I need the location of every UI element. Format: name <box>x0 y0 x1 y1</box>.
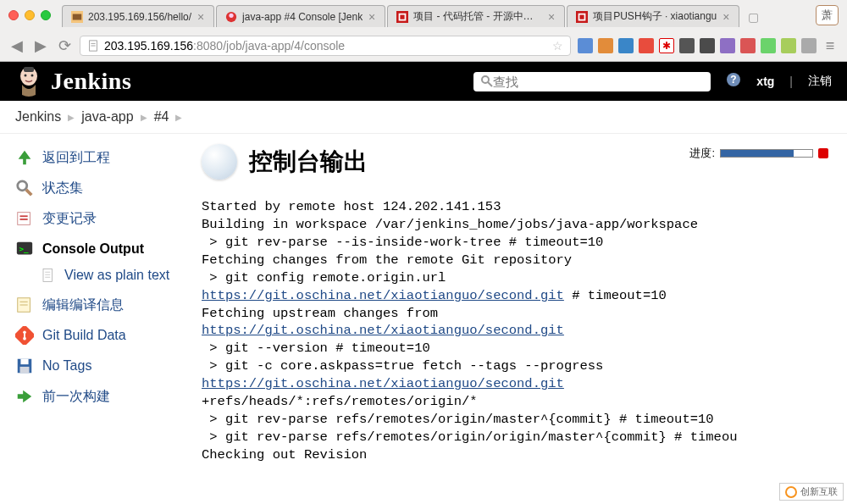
sidebar-item-view-plain[interactable]: View as plain text <box>12 264 183 290</box>
crumb-jenkins[interactable]: Jenkins <box>15 109 61 125</box>
search-icon <box>480 75 493 88</box>
extension-icon[interactable] <box>700 38 715 53</box>
svg-rect-37 <box>20 367 30 373</box>
tab-close-icon[interactable]: × <box>368 10 376 24</box>
extension-icons: ✱ ≡ <box>578 37 839 55</box>
document-icon <box>41 268 56 283</box>
sidebar-item-changes[interactable]: 变更记录 <box>12 203 183 234</box>
extension-icon[interactable] <box>801 38 817 53</box>
svg-rect-24 <box>43 269 53 282</box>
console-output: Started by remote host 124.202.141.153 B… <box>202 198 832 464</box>
tab-close-icon[interactable]: × <box>722 10 730 24</box>
svg-rect-5 <box>576 11 588 23</box>
nav-back-button[interactable]: ◀ <box>8 36 25 55</box>
stop-build-button[interactable] <box>818 148 828 158</box>
extension-icon[interactable] <box>639 38 654 53</box>
search-box[interactable] <box>473 72 711 91</box>
sidebar-item-console[interactable]: >_ Console Output <box>12 234 183 264</box>
svg-point-11 <box>25 75 27 77</box>
svg-point-13 <box>482 76 489 83</box>
window-zoom-button[interactable] <box>41 10 51 20</box>
svg-text:?: ? <box>731 74 737 86</box>
jenkins-logo[interactable]: Jenkins <box>15 64 131 98</box>
save-icon <box>15 357 34 375</box>
window-controls: 203.195.169.156/hello/ × java-app #4 Con… <box>0 0 847 30</box>
logout-link[interactable]: 注销 <box>808 74 832 89</box>
build-status-orb-icon <box>202 144 237 180</box>
search-input[interactable] <box>493 75 704 89</box>
tab-close-icon[interactable]: × <box>547 10 556 24</box>
sidebar: 返回到工程 状态集 变更记录 >_ Console Output View as… <box>0 134 195 464</box>
watermark: 创新互联 <box>779 483 844 501</box>
tab-label: 项目 - 代码托管 - 开源中国社 <box>413 9 542 24</box>
browser-tab-3[interactable]: 项目PUSH钩子 · xiaotiangu × <box>567 5 739 27</box>
url-host: 203.195.169.156 <box>104 39 193 53</box>
jenkins-favicon-icon <box>225 11 237 23</box>
sidebar-item-prev-build[interactable]: 前一次构建 <box>12 381 183 412</box>
extension-icon[interactable] <box>679 38 695 53</box>
crumb-job[interactable]: java-app <box>81 109 133 125</box>
extension-icon[interactable] <box>618 38 634 53</box>
browser-toolbar: ◀ ▶ ⟳ 203.195.169.156:8080/job/java-app/… <box>0 30 847 61</box>
git-icon <box>15 326 34 345</box>
nav-forward-button[interactable]: ▶ <box>32 36 49 55</box>
sidebar-label: View as plain text <box>64 268 169 283</box>
new-tab-button[interactable]: ▢ <box>741 7 766 27</box>
sidebar-item-edit-build[interactable]: 编辑编译信息 <box>12 290 183 320</box>
console-link[interactable]: https://git.oschina.net/xiaotianguo/seco… <box>202 288 564 303</box>
jenkins-title: Jenkins <box>51 68 131 95</box>
sidebar-label: No Tags <box>42 358 91 374</box>
progress-bar <box>720 149 813 158</box>
page-header: Jenkins ? xtg | 注销 <box>0 62 847 101</box>
browser-tab-1[interactable]: java-app #4 Console [Jenk × <box>216 5 385 27</box>
sidebar-label: 编辑编译信息 <box>42 296 124 314</box>
extension-icon[interactable]: ✱ <box>659 38 674 53</box>
address-bar[interactable]: 203.195.169.156:8080/job/java-app/4/cons… <box>80 36 571 56</box>
extension-icon[interactable] <box>720 38 735 53</box>
sidebar-label: Git Build Data <box>42 328 126 343</box>
tab-bar: 203.195.169.156/hello/ × java-app #4 Con… <box>57 3 810 27</box>
user-link[interactable]: xtg <box>756 75 774 88</box>
favicon-icon <box>71 11 83 23</box>
bookmark-star-icon[interactable]: ☆ <box>552 39 563 53</box>
profile-chip[interactable]: 萧 <box>816 5 839 25</box>
chrome-menu-button[interactable]: ≡ <box>822 37 839 55</box>
help-icon[interactable]: ? <box>726 72 741 91</box>
extension-icon[interactable] <box>598 38 613 53</box>
progress-row: 进度: <box>689 146 828 161</box>
tab-close-icon[interactable]: × <box>197 10 205 24</box>
search-icon <box>15 179 34 197</box>
console-link[interactable]: https://git.oschina.net/xiaotianguo/seco… <box>202 376 564 391</box>
window-close-button[interactable] <box>8 10 19 20</box>
extension-icon[interactable] <box>761 38 776 53</box>
breadcrumb: Jenkins ▶ java-app ▶ #4 ▶ <box>0 101 847 134</box>
changes-icon <box>15 209 34 228</box>
svg-point-3 <box>229 13 233 17</box>
sidebar-label: Console Output <box>42 241 144 257</box>
crumb-build[interactable]: #4 <box>154 109 169 125</box>
extension-icon[interactable] <box>740 38 756 53</box>
console-link[interactable]: https://git.oschina.net/xiaotianguo/seco… <box>202 323 564 338</box>
sidebar-item-status[interactable]: 状态集 <box>12 173 183 203</box>
url-path: /job/java-app/4/console <box>223 39 345 53</box>
chevron-right-icon: ▶ <box>68 113 75 122</box>
extension-icon[interactable] <box>781 38 796 53</box>
watermark-icon <box>785 486 797 498</box>
sidebar-item-git-data[interactable]: Git Build Data <box>12 320 183 351</box>
left-arrow-icon <box>15 387 34 406</box>
up-arrow-icon <box>15 148 34 167</box>
main: 返回到工程 状态集 变更记录 >_ Console Output View as… <box>0 134 847 464</box>
sidebar-label: 变更记录 <box>42 210 97 228</box>
sidebar-item-back[interactable]: 返回到工程 <box>12 142 183 173</box>
nav-reload-button[interactable]: ⟳ <box>56 36 73 55</box>
browser-tab-0[interactable]: 203.195.169.156/hello/ × <box>62 5 214 27</box>
sidebar-label: 状态集 <box>42 180 83 197</box>
jenkins-logo-icon <box>15 64 42 98</box>
watermark-text: 创新互联 <box>800 485 838 498</box>
sidebar-item-no-tags[interactable]: No Tags <box>12 351 183 381</box>
browser-tab-2[interactable]: 项目 - 代码托管 - 开源中国社 × <box>387 5 565 27</box>
svg-rect-36 <box>20 359 28 364</box>
extension-icon[interactable] <box>578 38 593 53</box>
divider: | <box>789 75 793 88</box>
window-minimize-button[interactable] <box>25 10 35 20</box>
